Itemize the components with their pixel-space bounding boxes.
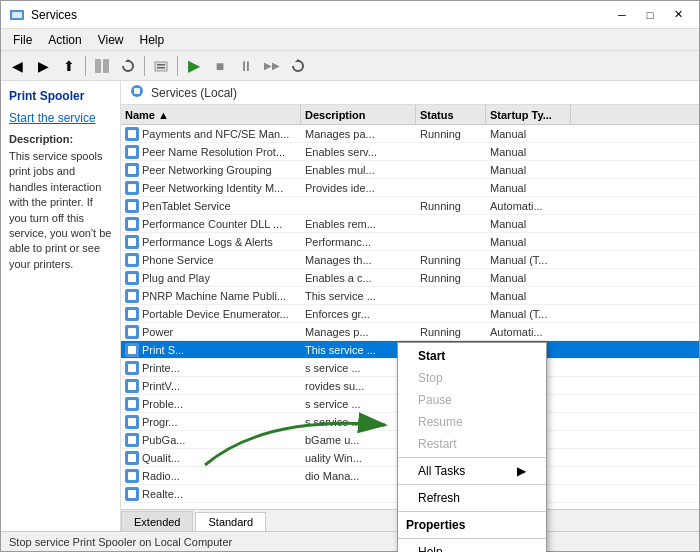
cell-status [416, 179, 486, 196]
table-row[interactable]: Portable Device Enumerator... Enforces g… [121, 305, 699, 323]
window-controls: ─ □ ✕ [609, 5, 691, 25]
menu-help[interactable]: Help [132, 31, 173, 49]
cell-name: Phone Service [121, 251, 301, 268]
menu-action[interactable]: Action [40, 31, 89, 49]
cell-name: Portable Device Enumerator... [121, 305, 301, 322]
context-separator-3 [398, 511, 546, 512]
refresh-button[interactable] [116, 54, 140, 78]
context-separator-4 [398, 538, 546, 539]
cell-desc: Enforces gr... [301, 305, 416, 322]
cell-status [416, 305, 486, 322]
table-row[interactable]: Payments and NFC/SE Man... Manages pa...… [121, 125, 699, 143]
cell-name: Peer Networking Grouping [121, 161, 301, 178]
cell-name: Power [121, 323, 301, 340]
menu-view[interactable]: View [90, 31, 132, 49]
start-service-link[interactable]: Start the service [9, 111, 112, 125]
cell-name: Print S... [121, 341, 301, 358]
minimize-button[interactable]: ─ [609, 5, 635, 25]
context-menu-properties-header[interactable]: Properties [398, 514, 546, 536]
restart-button[interactable] [286, 54, 310, 78]
cell-status: Running [416, 323, 486, 340]
context-menu-resume[interactable]: Resume [398, 411, 546, 433]
context-menu-help[interactable]: Help [398, 541, 546, 552]
table-row[interactable]: Power Manages p... Running Automati... [121, 323, 699, 341]
cell-status: Running [416, 269, 486, 286]
cell-status [416, 233, 486, 250]
cell-desc: This service ... [301, 287, 416, 304]
stop-button[interactable]: ■ [208, 54, 232, 78]
resume-button[interactable]: ▶▶ [260, 54, 284, 78]
cell-status: Running [416, 197, 486, 214]
service-icon [125, 235, 139, 249]
cell-name: Progr... [121, 413, 301, 430]
table-row[interactable]: PNRP Machine Name Publi... This service … [121, 287, 699, 305]
header-startup[interactable]: Startup Ty... [486, 105, 571, 124]
service-icon [125, 127, 139, 141]
table-row[interactable]: Peer Networking Grouping Enables mul... … [121, 161, 699, 179]
table-row[interactable]: Peer Name Resolution Prot... Enables ser… [121, 143, 699, 161]
play-button[interactable]: ▶ [182, 54, 206, 78]
cell-name: Peer Networking Identity M... [121, 179, 301, 196]
table-row[interactable]: Performance Logs & Alerts Performanc... … [121, 233, 699, 251]
context-menu-pause[interactable]: Pause [398, 389, 546, 411]
context-menu-stop[interactable]: Stop [398, 367, 546, 389]
cell-status [416, 161, 486, 178]
cell-name: Radio... [121, 467, 301, 484]
cell-name: PenTablet Service [121, 197, 301, 214]
context-menu-all-tasks[interactable]: All Tasks▶ [398, 460, 546, 482]
left-panel: Print Spooler Start the service Descript… [1, 81, 121, 531]
service-icon [125, 289, 139, 303]
context-menu-start[interactable]: Start [398, 345, 546, 367]
cell-desc: Enables rem... [301, 215, 416, 232]
cell-startup: Manual [486, 287, 571, 304]
service-icon [125, 271, 139, 285]
svg-rect-10 [134, 88, 140, 94]
header-description[interactable]: Description [301, 105, 416, 124]
context-menu-refresh[interactable]: Refresh [398, 487, 546, 509]
context-menu: Start Stop Pause Resume Restart All Task… [397, 342, 547, 552]
forward-button[interactable]: ▶ [31, 54, 55, 78]
export-button[interactable] [149, 54, 173, 78]
cell-desc [301, 197, 416, 214]
service-description: This service spools print jobs and handl… [9, 149, 112, 272]
service-icon [125, 397, 139, 411]
svg-rect-1 [12, 12, 22, 18]
cell-startup: Manual [486, 233, 571, 250]
cell-name: Qualit... [121, 449, 301, 466]
svg-rect-2 [95, 59, 101, 73]
toolbar-separator-2 [144, 56, 145, 76]
toolbar-separator-3 [177, 56, 178, 76]
cell-desc: Enables serv... [301, 143, 416, 160]
table-row[interactable]: Phone Service Manages th... Running Manu… [121, 251, 699, 269]
service-icon [125, 451, 139, 465]
pause-button[interactable]: ⏸ [234, 54, 258, 78]
up-button[interactable]: ⬆ [57, 54, 81, 78]
cell-desc: Manages pa... [301, 125, 416, 142]
tab-extended[interactable]: Extended [121, 511, 193, 531]
context-menu-restart[interactable]: Restart [398, 433, 546, 455]
context-separator-1 [398, 457, 546, 458]
menu-file[interactable]: File [5, 31, 40, 49]
table-row[interactable]: Peer Networking Identity M... Provides i… [121, 179, 699, 197]
service-icon [125, 307, 139, 321]
window-title: Services [31, 8, 609, 22]
header-status[interactable]: Status [416, 105, 486, 124]
back-button[interactable]: ◀ [5, 54, 29, 78]
header-name[interactable]: Name ▲ [121, 105, 301, 124]
close-button[interactable]: ✕ [665, 5, 691, 25]
table-row[interactable]: Plug and Play Enables a c... Running Man… [121, 269, 699, 287]
show-hide-button[interactable] [90, 54, 114, 78]
service-icon [125, 217, 139, 231]
table-row[interactable]: PenTablet Service Running Automati... [121, 197, 699, 215]
table-row[interactable]: Performance Counter DLL ... Enables rem.… [121, 215, 699, 233]
cell-status: Running [416, 125, 486, 142]
cell-startup: Manual [486, 125, 571, 142]
maximize-button[interactable]: □ [637, 5, 663, 25]
service-icon [125, 181, 139, 195]
address-text: Services (Local) [151, 86, 237, 100]
tab-standard[interactable]: Standard [195, 512, 266, 531]
toolbar-separator-1 [85, 56, 86, 76]
main-window: Services ─ □ ✕ File Action View Help ◀ ▶… [0, 0, 700, 552]
service-icon [125, 361, 139, 375]
cell-status [416, 143, 486, 160]
